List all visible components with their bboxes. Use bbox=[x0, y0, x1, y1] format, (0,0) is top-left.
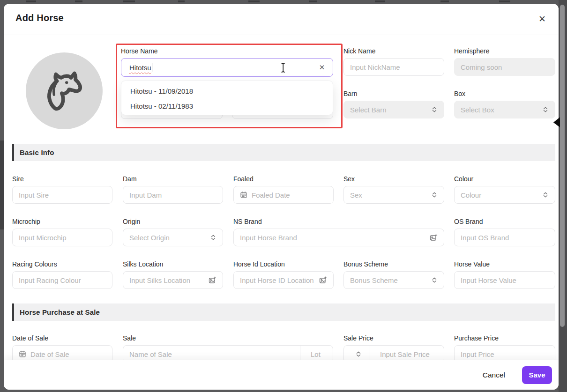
background-fragment bbox=[75, 0, 82, 2]
microchip-input[interactable] bbox=[19, 234, 106, 242]
barn-placeholder: Select Barn bbox=[350, 106, 427, 114]
add-horse-modal: Add Horse ✕ Horse Name Hitotsu ✕ bbox=[4, 4, 559, 390]
currency-select[interactable] bbox=[344, 351, 366, 357]
dam-input[interactable] bbox=[129, 191, 216, 199]
date-of-sale-label: Date of Sale bbox=[12, 334, 112, 342]
section-accent bbox=[12, 303, 14, 321]
foaled-date-field[interactable] bbox=[233, 186, 334, 204]
horse-value-input[interactable] bbox=[461, 276, 549, 284]
suggestion-item[interactable]: Hitotsu - 02/11/1983 bbox=[121, 98, 333, 113]
date-of-sale-input[interactable] bbox=[30, 350, 106, 358]
purchase-price-label: Purchase Price bbox=[454, 334, 555, 342]
horse-id-location-input[interactable] bbox=[240, 276, 315, 284]
background-fragment bbox=[309, 0, 317, 2]
close-icon[interactable]: ✕ bbox=[536, 13, 548, 25]
dam-label: Dam bbox=[123, 175, 223, 183]
calendar-icon bbox=[19, 350, 26, 358]
suggestion-item[interactable]: Hitotsu - 11/09/2018 bbox=[121, 83, 333, 98]
os-brand-input[interactable] bbox=[461, 234, 549, 242]
section-horse-purchase: Horse Purchase at Sale bbox=[12, 303, 555, 321]
os-brand-label: OS Brand bbox=[454, 218, 555, 225]
hemisphere-field: Coming soon bbox=[454, 58, 555, 76]
chevron-updown-icon bbox=[431, 192, 438, 198]
background-fragment bbox=[440, 0, 449, 2]
background-fragment bbox=[123, 0, 135, 2]
nick-name-label: Nick Name bbox=[343, 47, 444, 55]
horse-name-label: Horse Name bbox=[121, 47, 333, 55]
clear-icon[interactable]: ✕ bbox=[317, 63, 327, 72]
racing-colours-field[interactable] bbox=[12, 271, 112, 289]
chevron-updown-icon bbox=[431, 106, 438, 113]
ns-brand-input[interactable] bbox=[240, 234, 425, 242]
modal-footer: Cancel Save bbox=[4, 360, 559, 390]
page-scrollbar[interactable] bbox=[559, 0, 567, 392]
nick-name-field[interactable] bbox=[343, 58, 444, 76]
dam-field[interactable] bbox=[123, 186, 223, 204]
calendar-icon bbox=[240, 191, 247, 199]
horse-id-location-field[interactable] bbox=[233, 271, 334, 289]
sire-label: Sire bbox=[12, 175, 112, 183]
bonus-scheme-label: Bonus Scheme bbox=[343, 260, 444, 268]
hemisphere-label: Hemisphere bbox=[454, 47, 555, 55]
bonus-scheme-placeholder: Bonus Scheme bbox=[350, 276, 427, 284]
cancel-button[interactable]: Cancel bbox=[483, 371, 505, 379]
colour-select[interactable]: Colour bbox=[454, 186, 555, 204]
sale-lot-input[interactable] bbox=[305, 350, 333, 358]
barn-label: Barn bbox=[343, 90, 444, 97]
racing-colours-label: Racing Colours bbox=[12, 260, 112, 268]
sire-field[interactable] bbox=[12, 186, 112, 204]
section-basic-info: Basic Info bbox=[12, 144, 555, 161]
origin-placeholder: Select Origin bbox=[129, 234, 206, 242]
silks-location-input[interactable] bbox=[129, 276, 204, 284]
foaled-label: Foaled bbox=[233, 175, 334, 183]
sex-label: Sex bbox=[343, 175, 444, 183]
chevron-updown-icon bbox=[431, 277, 438, 283]
hemisphere-value: Coming soon bbox=[461, 63, 549, 71]
bonus-scheme-select[interactable]: Bonus Scheme bbox=[343, 271, 444, 289]
horse-name-value: Hitotsu bbox=[129, 64, 151, 72]
add-image-icon[interactable] bbox=[209, 276, 216, 284]
add-image-icon[interactable] bbox=[430, 234, 438, 242]
os-brand-field[interactable] bbox=[454, 229, 555, 246]
origin-select[interactable]: Select Origin bbox=[123, 229, 223, 246]
ns-brand-field[interactable] bbox=[233, 229, 444, 246]
modal-header: Add Horse ✕ bbox=[4, 4, 559, 35]
chevron-updown-icon bbox=[542, 192, 549, 198]
sex-select[interactable]: Sex bbox=[343, 186, 444, 204]
box-label: Box bbox=[454, 90, 555, 97]
sale-name-input[interactable] bbox=[123, 350, 296, 358]
sex-placeholder: Sex bbox=[350, 191, 427, 199]
box-placeholder: Select Box bbox=[461, 106, 538, 114]
colour-placeholder: Colour bbox=[461, 191, 538, 199]
background-fragment bbox=[499, 0, 510, 2]
sire-input[interactable] bbox=[19, 191, 106, 199]
origin-label: Origin bbox=[123, 218, 223, 225]
microchip-field[interactable] bbox=[12, 229, 112, 246]
sale-price-input[interactable] bbox=[374, 350, 444, 358]
text-cursor-icon bbox=[280, 62, 286, 73]
racing-colours-input[interactable] bbox=[19, 276, 106, 284]
ns-brand-label: NS Brand bbox=[233, 218, 444, 225]
purchase-price-input[interactable] bbox=[461, 350, 549, 358]
page-title: Add Horse bbox=[15, 13, 64, 23]
background-scrollbar-fragment bbox=[0, 141, 4, 229]
text-caret bbox=[152, 63, 153, 72]
save-button[interactable]: Save bbox=[522, 366, 552, 384]
sale-label: Sale bbox=[123, 334, 333, 342]
horse-name-suggestions: Hitotsu - 11/09/2018 Hitotsu - 02/11/198… bbox=[121, 81, 333, 115]
nick-name-input[interactable] bbox=[350, 63, 438, 71]
scrollbar-thumb[interactable] bbox=[560, 5, 565, 327]
foaled-date-input[interactable] bbox=[252, 191, 327, 199]
background-fragment bbox=[375, 0, 385, 2]
barn-select: Select Barn bbox=[343, 101, 444, 118]
horse-value-field[interactable] bbox=[454, 271, 555, 289]
horse-name-input[interactable]: Hitotsu ✕ bbox=[121, 58, 333, 77]
screen: Add Horse ✕ Horse Name Hitotsu ✕ bbox=[0, 0, 567, 392]
silks-location-field[interactable] bbox=[123, 271, 223, 289]
silks-location-label: Silks Location bbox=[123, 260, 223, 268]
background-fragment bbox=[178, 0, 185, 2]
add-image-icon[interactable] bbox=[319, 276, 327, 284]
sale-price-label: Sale Price bbox=[343, 334, 444, 342]
background-fragment bbox=[248, 0, 260, 2]
background-fragment bbox=[26, 0, 36, 2]
